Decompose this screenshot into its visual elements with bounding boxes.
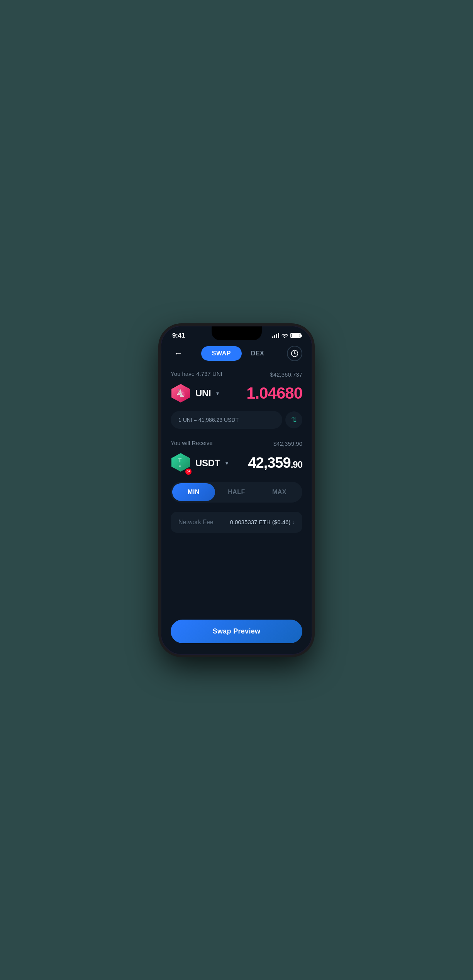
wifi-icon <box>281 333 288 338</box>
to-amount-decimal: .90 <box>291 459 302 470</box>
op-badge: OP <box>185 468 192 476</box>
from-amount[interactable]: 1.04680 <box>246 384 302 403</box>
swap-preview-button[interactable]: Swap Preview <box>171 620 302 643</box>
phone-screen: 9:41 ← SWAP <box>161 326 312 654</box>
to-token-selector[interactable]: T ≡ OP USDT ▾ <box>171 452 228 474</box>
history-button[interactable] <box>287 346 302 361</box>
to-token-chevron: ▾ <box>225 460 228 466</box>
network-fee-label: Network Fee <box>178 519 214 526</box>
phone-frame: 9:41 ← SWAP <box>161 326 312 655</box>
battery-icon <box>290 333 301 338</box>
to-balance-usd: $42,359.90 <box>273 440 302 447</box>
tab-swap[interactable]: SWAP <box>201 346 242 361</box>
usdt-token-icon-wrapper: T ≡ OP <box>171 452 191 474</box>
svg-text:🦄: 🦄 <box>176 388 186 397</box>
status-icons <box>272 333 301 338</box>
history-icon <box>291 350 298 357</box>
min-button[interactable]: MIN <box>172 483 215 501</box>
half-button[interactable]: HALF <box>215 483 258 501</box>
to-token-name: USDT <box>195 458 220 469</box>
swap-direction-button[interactable]: ⇅ <box>285 411 302 428</box>
to-label: You will Receive <box>171 440 213 446</box>
from-balance-usd: $42,360.737 <box>270 371 302 378</box>
tab-dex[interactable]: DEX <box>243 346 272 361</box>
back-button[interactable]: ← <box>171 346 186 361</box>
exchange-rate-text: 1 UNI = 41,986.23 USDT <box>178 417 239 423</box>
status-time: 9:41 <box>172 332 185 340</box>
amount-buttons: MIN HALF MAX <box>171 482 302 503</box>
swap-arrows-icon: ⇅ <box>291 416 297 424</box>
network-fee-chevron: › <box>293 519 295 525</box>
signal-icon <box>272 333 279 338</box>
from-token-name: UNI <box>195 388 211 399</box>
from-token-selector[interactable]: 🦄 UNI ▾ <box>171 383 219 403</box>
exchange-rate-container: 1 UNI = 41,986.23 USDT ⇅ <box>171 411 302 429</box>
svg-text:≡: ≡ <box>179 464 181 468</box>
tab-group: SWAP DEX <box>201 346 272 361</box>
from-label: You have 4.737 UNI <box>171 370 222 377</box>
exchange-rate-pill: 1 UNI = 41,986.23 USDT <box>171 411 282 429</box>
to-section-header: You will Receive $42,359.90 <box>171 440 302 448</box>
to-token-row: T ≡ OP USDT ▾ 42,359.90 <box>171 452 302 474</box>
from-token-chevron: ▾ <box>216 390 219 396</box>
back-arrow-icon: ← <box>174 348 183 358</box>
network-fee-section: Network Fee 0.0035337 ETH ($0.46) › <box>171 512 302 533</box>
svg-text:T: T <box>178 457 182 464</box>
uni-token-icon: 🦄 <box>171 383 191 403</box>
from-token-row: 🦄 UNI ▾ 1.04680 <box>171 383 302 403</box>
to-amount-whole: 42,359 <box>248 455 290 471</box>
nav-header: ← SWAP DEX <box>161 343 312 367</box>
main-content: You have 4.737 UNI $42,360.737 <box>161 367 312 615</box>
bottom-area: Swap Preview <box>161 615 312 654</box>
from-section-header: You have 4.737 UNI $42,360.737 <box>171 370 302 379</box>
phone-notch <box>212 326 262 340</box>
network-fee-value[interactable]: 0.0035337 ETH ($0.46) › <box>230 519 295 525</box>
network-fee-amount: 0.0035337 ETH ($0.46) <box>230 519 291 525</box>
max-button[interactable]: MAX <box>258 483 301 501</box>
to-amount[interactable]: 42,359.90 <box>248 455 302 471</box>
